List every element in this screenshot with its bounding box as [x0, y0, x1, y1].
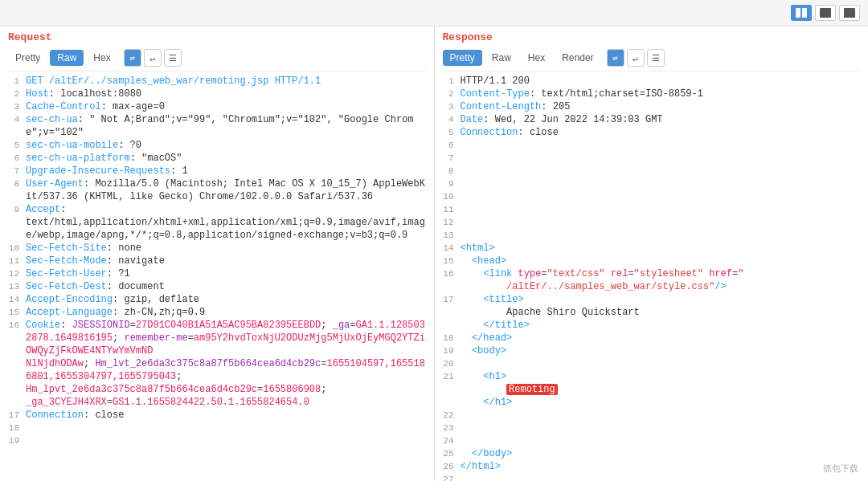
- table-row: 19 <body>: [435, 344, 869, 357]
- response-header: Response Pretty Raw Hex Render ⇌ ↵ ☰: [435, 26, 869, 71]
- table-row: 5 Connection: close: [435, 126, 869, 139]
- table-row: 24: [435, 434, 869, 447]
- svg-rect-2: [820, 8, 831, 18]
- table-row: 2 Host: localhost:8080: [0, 88, 434, 100]
- request-menu-btn[interactable]: ☰: [164, 49, 182, 67]
- table-row: 16 <link type="text/css" rel="stylesheet…: [435, 267, 869, 293]
- table-row: 14 <html>: [435, 242, 869, 255]
- table-row: 19: [0, 434, 434, 447]
- response-tab-pretty[interactable]: Pretty: [443, 50, 482, 66]
- table-row: 6: [435, 139, 869, 152]
- table-row: 17 <title> Apache Shiro Quickstart </tit…: [435, 293, 869, 332]
- response-menu-btn[interactable]: ☰: [647, 49, 665, 67]
- table-row: 18 </head>: [435, 332, 869, 344]
- table-row: 8 User-Agent: Mozilla/5.0 (Macintosh; In…: [0, 177, 434, 203]
- table-row: 2 Content-Type: text/html;charset=ISO-88…: [435, 88, 869, 100]
- request-newline-btn[interactable]: ↵: [144, 49, 162, 67]
- table-row: 3 Cache-Control: max-age=0: [0, 100, 434, 113]
- response-newline-btn[interactable]: ↵: [627, 49, 645, 67]
- table-row: 16 Cookie: JSESSIONID=27D91C040B1A51A5AC…: [0, 319, 434, 409]
- table-row: 7: [435, 152, 869, 165]
- request-content[interactable]: 1 GET /altEr/../samples_web_war/remoting…: [0, 71, 434, 481]
- request-tab-hex[interactable]: Hex: [86, 50, 117, 66]
- table-row: 11 Sec-Fetch-Mode: navigate: [0, 255, 434, 267]
- table-row: 10 Sec-Fetch-Site: none: [0, 242, 434, 255]
- svg-rect-3: [844, 8, 855, 18]
- table-row: 22: [435, 409, 869, 422]
- table-row: 8: [435, 165, 869, 177]
- table-row: 15 <head>: [435, 255, 869, 267]
- table-row: 21 <h1> Remoting </h1>: [435, 370, 869, 409]
- table-row: 1 HTTP/1.1 200: [435, 75, 869, 88]
- svg-rect-1: [802, 8, 807, 18]
- table-row: 5 sec-ch-ua-mobile: ?0: [0, 139, 434, 152]
- request-tab-pretty[interactable]: Pretty: [8, 50, 47, 66]
- request-toolbar: Pretty Raw Hex ⇌ ↵ ☰: [8, 47, 426, 71]
- table-row: 12 Sec-Fetch-User: ?1: [0, 267, 434, 280]
- table-row: 10: [435, 190, 869, 203]
- table-row: 6 sec-ch-ua-platform: "macOS": [0, 152, 434, 165]
- table-row: 18: [0, 422, 434, 434]
- table-row: 25 </body>: [435, 447, 869, 460]
- table-row: 11: [435, 203, 869, 216]
- svg-rect-0: [796, 8, 800, 18]
- table-row: 9 Accept: text/html,application/xhtml+xm…: [0, 203, 434, 242]
- left-view-button[interactable]: [815, 5, 836, 21]
- right-view-button[interactable]: [839, 5, 860, 21]
- table-row: 20: [435, 357, 869, 370]
- table-row: 7 Upgrade-Insecure-Requests: 1: [0, 165, 434, 177]
- request-panel: Request Pretty Raw Hex ⇌ ↵ ☰ 1 GET /altE…: [0, 26, 435, 481]
- table-row: 9: [435, 177, 869, 190]
- request-format-btn[interactable]: ⇌: [124, 49, 141, 67]
- table-row: 26 </html>: [435, 460, 869, 473]
- response-tab-render[interactable]: Render: [555, 50, 600, 66]
- table-row: 3 Content-Length: 205: [435, 100, 869, 113]
- split-view-button[interactable]: [791, 5, 812, 21]
- table-row: 13 Sec-Fetch-Dest: document: [0, 280, 434, 293]
- table-row: 27: [435, 473, 869, 481]
- table-row: 12: [435, 216, 869, 229]
- table-row: 4 Date: Wed, 22 Jun 2022 14:39:03 GMT: [435, 113, 869, 126]
- response-toolbar: Pretty Raw Hex Render ⇌ ↵ ☰: [443, 47, 861, 71]
- request-tab-raw[interactable]: Raw: [50, 50, 84, 66]
- highlighted-text: Remoting: [506, 384, 558, 395]
- response-format-btn[interactable]: ⇌: [607, 49, 624, 67]
- table-row: 15 Accept-Language: zh-CN,zh;q=0.9: [0, 306, 434, 319]
- watermark: 抓包下载: [823, 463, 858, 475]
- request-header: Request Pretty Raw Hex ⇌ ↵ ☰: [0, 26, 434, 71]
- table-row: 23: [435, 422, 869, 434]
- table-row: 17 Connection: close: [0, 409, 434, 422]
- response-tab-hex[interactable]: Hex: [521, 50, 552, 66]
- response-panel: Response Pretty Raw Hex Render ⇌ ↵ ☰ 1 H…: [435, 26, 869, 481]
- table-row: 1 GET /altEr/../samples_web_war/remoting…: [0, 75, 434, 88]
- top-toolbar: [0, 0, 868, 26]
- response-content[interactable]: 1 HTTP/1.1 200 2 Content-Type: text/html…: [435, 71, 869, 481]
- table-row: 14 Accept-Encoding: gzip, deflate: [0, 293, 434, 306]
- response-title: Response: [443, 31, 861, 43]
- response-tab-raw[interactable]: Raw: [485, 50, 518, 66]
- table-row: 4 sec-ch-ua: " Not A;Brand";v="99", "Chr…: [0, 113, 434, 139]
- request-title: Request: [8, 31, 426, 43]
- table-row: 13: [435, 229, 869, 242]
